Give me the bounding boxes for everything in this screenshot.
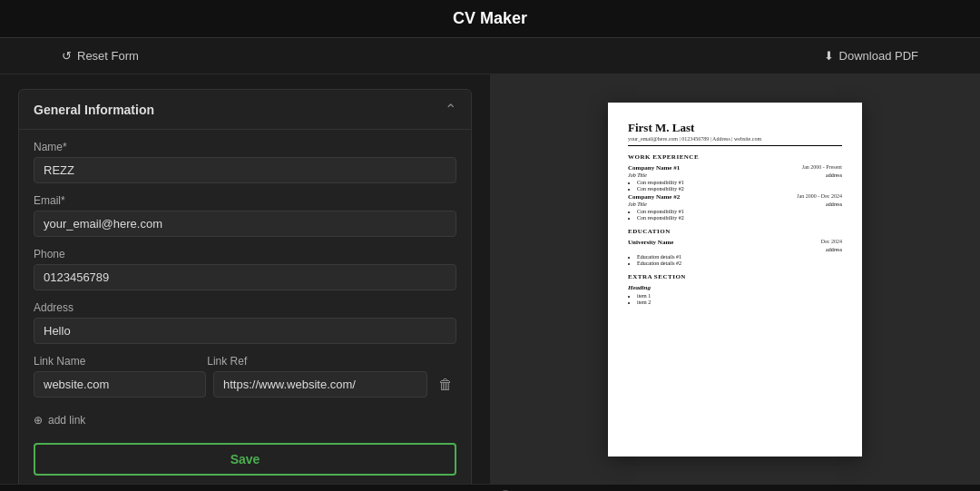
phone-input[interactable] — [34, 264, 456, 290]
download-pdf-label: Download PDF — [839, 49, 918, 63]
cv-extra-item-2: item 2 — [637, 300, 842, 305]
name-group: Name* — [34, 141, 456, 183]
general-info-chevron-icon: ⌃ — [445, 101, 456, 118]
left-panel: General Information ⌃ Name* Email* Phone — [0, 74, 490, 484]
cv-job-1-company: Company Name #1 — [628, 164, 680, 172]
cv-edu-detail-1: Education details #1 — [637, 254, 842, 260]
cv-job-1-bullets: Con responsibility #1 Con responsibility… — [628, 180, 842, 191]
name-input[interactable] — [34, 157, 456, 183]
cv-name: First M. Last — [628, 121, 842, 135]
cv-job-1-address: address — [826, 172, 842, 178]
cv-education-title: EDUCATION — [628, 228, 842, 235]
download-pdf-button[interactable]: ⬇ Download PDF — [817, 45, 926, 66]
cv-job-2-bullet-2: Con responsibility #2 — [637, 215, 842, 221]
cv-extra-title: EXTRA SECTION — [628, 273, 842, 280]
cv-extra-bullets: item 1 item 2 — [628, 293, 842, 305]
cv-job-2: Company Name #2 Jan 2000 - Dec 2024 Job … — [628, 193, 842, 221]
toolbar: ↺ Reset Form ⬇ Download PDF — [0, 38, 980, 74]
add-link-label: add link — [48, 414, 85, 427]
link-ref-label: Link Ref — [207, 355, 456, 368]
cv-contact-text: your_email@here.com | 0123456789 | Addre… — [628, 136, 761, 142]
reset-icon: ↺ — [62, 49, 72, 63]
email-group: Email* — [34, 194, 456, 237]
cv-uni-1-date: Dec 2024 — [821, 239, 842, 246]
address-input[interactable] — [34, 318, 456, 344]
save-button[interactable]: Save — [34, 443, 456, 476]
general-info-header[interactable]: General Information ⌃ — [19, 90, 471, 129]
cv-job-2-date: Jan 2000 - Dec 2024 — [797, 193, 842, 201]
cv-uni-1-subheader: address — [628, 247, 842, 252]
cv-uni-1-address: address — [826, 247, 842, 252]
cv-uni-1-details: Education details #1 Education details #… — [628, 254, 842, 266]
link-ref-input[interactable] — [213, 371, 427, 398]
cv-edu-detail-2: Education details #2 — [637, 260, 842, 266]
link-name-label: Link Name — [34, 355, 200, 368]
cv-work-experience-title: WORK EXPERIENCE — [628, 153, 842, 161]
cv-extra-content: Heading item 1 item 2 — [628, 284, 842, 305]
cv-job-2-subheader: Job Title address — [628, 201, 842, 207]
name-label: Name* — [34, 141, 456, 153]
cv-uni-1-name: University Name — [628, 239, 673, 246]
cv-job-1-bullet-2: Con responsibility #2 — [637, 186, 842, 191]
cv-job-2-address: address — [826, 201, 842, 207]
add-link-button[interactable]: ⊕ add link — [34, 408, 85, 432]
reset-form-button[interactable]: ↺ Reset Form — [54, 45, 146, 66]
cv-job-1: Company Name #1 Jan 2000 - Present Job T… — [628, 164, 842, 191]
cv-job-2-header: Company Name #2 Jan 2000 - Dec 2024 — [628, 193, 842, 201]
cv-job-1-subheader: Job Title address — [628, 172, 842, 178]
general-info-title: General Information — [34, 103, 154, 117]
link-delete-button[interactable]: 🗑 — [435, 373, 456, 397]
cv-job-1-header: Company Name #1 Jan 2000 - Present — [628, 164, 842, 172]
cv-job-1-date: Jan 2000 - Present — [802, 164, 842, 172]
cv-website-link[interactable]: website.com — [734, 136, 761, 142]
add-link-icon: ⊕ — [34, 414, 43, 427]
email-input[interactable] — [34, 211, 456, 237]
cv-extra-item-1: item 1 — [637, 293, 842, 299]
phone-label: Phone — [34, 248, 456, 260]
link-labels-row: Link Name Link Ref — [34, 355, 456, 368]
cv-job-2-company: Company Name #2 — [628, 193, 680, 201]
cv-job-1-title: Job Title — [628, 172, 647, 178]
main-layout: General Information ⌃ Name* Email* Phone — [0, 74, 980, 484]
phone-group: Phone — [34, 248, 456, 290]
link-name-input[interactable] — [34, 371, 206, 398]
cv-job-2-title: Job Title — [628, 201, 647, 207]
app-footer: rztypi — [0, 484, 980, 491]
cv-contact: your_email@here.com | 0123456789 | Addre… — [628, 136, 842, 146]
link-row: 🗑 — [34, 371, 456, 398]
address-group: Address — [34, 301, 456, 344]
cv-job-2-bullets: Con responsibility #1 Con responsibility… — [628, 209, 842, 221]
cv-preview: First M. Last your_email@here.com | 0123… — [608, 103, 862, 457]
email-label: Email* — [34, 194, 456, 207]
cv-preview-panel: First M. Last your_email@here.com | 0123… — [490, 74, 980, 484]
address-label: Address — [34, 301, 456, 314]
general-info-content: Name* Email* Phone Address — [19, 129, 471, 484]
cv-extra-heading: Heading — [628, 284, 842, 291]
app-title: CV Maker — [453, 9, 527, 27]
download-icon: ⬇ — [824, 49, 834, 63]
cv-uni-1-header: University Name Dec 2024 — [628, 239, 842, 246]
reset-form-label: Reset Form — [77, 49, 139, 63]
app-header: CV Maker — [0, 0, 980, 38]
cv-university-1: University Name Dec 2024 address Educati… — [628, 239, 842, 266]
general-info-section: General Information ⌃ Name* Email* Phone — [18, 89, 472, 484]
links-group: Link Name Link Ref 🗑 — [34, 355, 456, 398]
cv-job-1-bullet-1: Con responsibility #1 — [637, 180, 842, 185]
cv-job-2-bullet-1: Con responsibility #1 — [637, 209, 842, 214]
